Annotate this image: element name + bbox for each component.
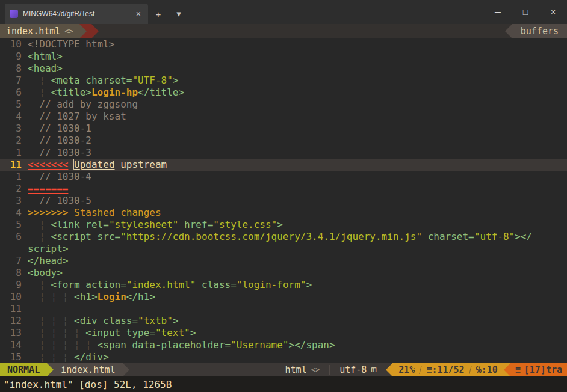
code-line[interactable]: 8<body> <box>0 267 567 279</box>
code-text: ======= <box>28 183 68 195</box>
mingw-icon <box>10 10 18 18</box>
code-text: ¦ <script src="https://cdn.bootcss.com/j… <box>28 231 532 243</box>
code-text: ¦ ¦ ¦ <h1>Login</h1> <box>28 291 155 303</box>
code-line[interactable]: 2 // 1030-2 <box>0 135 567 147</box>
line-number: 3 <box>0 123 22 135</box>
code-text: <<<<<<< Updated upstream <box>28 159 167 171</box>
code-line[interactable]: 15 ¦ ¦ ¦ </div> <box>0 351 567 363</box>
code-text: // 1030-1 <box>28 123 91 135</box>
line-number: 9 <box>0 279 22 291</box>
line-number: 8 <box>0 267 22 279</box>
code-line[interactable]: 9 ¦ <form action="index.html" class="log… <box>0 279 567 291</box>
maximize-button[interactable]: □ <box>512 0 539 24</box>
terminal-tab[interactable]: MINGW64:/d/gitR/Test × <box>5 4 148 24</box>
command-line[interactable]: "index.html" [dos] 52L, 1265B <box>0 376 567 392</box>
code-line[interactable]: 12 ¦ ¦ ¦ <div class="txtb"> <box>0 315 567 327</box>
whitespace-icon: ≡ <box>515 363 521 376</box>
tabline-fill <box>99 24 505 38</box>
filetype-label: html <box>285 363 307 376</box>
line-number: 4 <box>0 207 22 219</box>
code-line[interactable]: 4>>>>>>> Stashed changes <box>0 207 567 219</box>
line-number: 2 <box>0 183 22 195</box>
code-text: ¦ <meta charset="UTF-8"> <box>28 75 178 87</box>
line-number: 7 <box>0 255 22 267</box>
code-text: // 1030-5 <box>28 195 91 207</box>
line-number: 10 <box>0 291 22 303</box>
tab-dropdown-button[interactable]: ▾ <box>169 4 189 24</box>
code-text: <head> <box>28 63 63 75</box>
code-text: script> <box>28 243 68 255</box>
minimize-button[interactable]: ─ <box>484 0 512 24</box>
indent-guide: ¦ <box>39 87 45 98</box>
buffer-tab-active[interactable]: index.html <> <box>0 24 79 38</box>
powerline-arrow-icon <box>47 363 54 376</box>
code-line[interactable]: 3 // 1030-1 <box>0 123 567 135</box>
code-line[interactable]: script> <box>0 243 567 255</box>
code-text: // 1027 by ksat <box>28 111 126 123</box>
code-line[interactable]: 5 // add by zggsong <box>0 99 567 111</box>
indent-guide: ¦ <box>39 231 45 242</box>
code-line-current[interactable]: 11<<<<<<< Updated upstream <box>0 159 567 171</box>
code-line[interactable]: 14 ¦ ¦ ¦ ¦ ¦ <span data-placeholder="Use… <box>0 339 567 351</box>
line-number: 4 <box>0 111 22 123</box>
code-line[interactable]: 1 // 1030-4 <box>0 171 567 183</box>
code-text: // 1030-2 <box>28 135 91 147</box>
code-line[interactable]: 11 <box>0 303 567 315</box>
code-text: ¦ ¦ ¦ ¦ <input type="text"> <box>28 327 196 339</box>
indent-guide: ¦ ¦ ¦ <box>39 291 68 302</box>
code-text: // 1030-4 <box>28 171 91 183</box>
line-number: 11 <box>0 303 22 315</box>
thin-separator <box>469 366 471 374</box>
terminal-tab-title: MINGW64:/d/gitR/Test <box>23 10 129 18</box>
filetype-indicator: html <> <box>276 363 330 376</box>
line-number: 5 <box>0 99 22 111</box>
indent-guide: ¦ ¦ ¦ <box>39 351 68 363</box>
line-number <box>0 243 22 255</box>
code-line[interactable]: 8<head> <box>0 63 567 75</box>
code-line[interactable]: 7</head> <box>0 255 567 267</box>
line-number: 5 <box>0 219 22 231</box>
scroll-percent: 21% <box>398 363 415 376</box>
whitespace-warning-segment: ≡ [17]tra <box>510 363 567 376</box>
titlebar-drag-area <box>189 0 484 24</box>
cursor: U <box>74 159 80 170</box>
line-number: 6 <box>0 87 22 99</box>
code-text: // add by zggsong <box>28 99 138 111</box>
code-line[interactable]: 5 ¦ <link rel="stylesheet" href="style.c… <box>0 219 567 231</box>
tab-close-icon[interactable]: × <box>134 9 143 19</box>
powerline-arrow-icon <box>79 24 87 38</box>
code-line[interactable]: 6 ¦ <script src="https://cdn.bootcss.com… <box>0 231 567 243</box>
code-line[interactable]: 3 // 1030-5 <box>0 195 567 207</box>
code-line[interactable]: 4 // 1027 by ksat <box>0 111 567 123</box>
code-line[interactable]: 6 ¦ <title>Login-hp</title> <box>0 87 567 99</box>
new-tab-button[interactable]: + <box>148 4 169 24</box>
code-line[interactable]: 13 ¦ ¦ ¦ ¦ <input type="text"> <box>0 327 567 339</box>
code-text: <html> <box>28 51 63 63</box>
code-line[interactable]: 7 ¦ <meta charset="UTF-8"> <box>0 75 567 87</box>
column-indicator: ℅:10 <box>476 363 498 376</box>
statusline-fill <box>129 363 276 376</box>
code-line[interactable]: 10<!DOCTYPE html> <box>0 38 567 51</box>
line-number: 1 <box>0 147 22 159</box>
code-text: // 1030-3 <box>28 147 91 159</box>
line-number: 7 <box>0 75 22 87</box>
encoding-indicator: utf-8 ⊞ <box>330 363 386 376</box>
code-text: ¦ ¦ ¦ <div class="txtb"> <box>28 315 178 327</box>
position-segment: 21% ≡:11/52 ℅:10 <box>392 363 503 376</box>
modified-flag-segment <box>87 24 91 38</box>
code-line[interactable]: 9<html> <box>0 51 567 63</box>
code-text: ¦ ¦ ¦ ¦ ¦ <span data-placeholder="Userna… <box>28 339 335 351</box>
indent-guide: ¦ ¦ ¦ ¦ ¦ <box>39 339 91 351</box>
code-line[interactable]: 10 ¦ ¦ ¦ <h1>Login</h1> <box>0 291 567 303</box>
code-line[interactable]: 1 // 1030-3 <box>0 147 567 159</box>
indent-guide: ¦ ¦ ¦ ¦ <box>39 327 79 338</box>
powerline-arrow-icon <box>91 24 99 38</box>
code-area[interactable]: 10<!DOCTYPE html>9<html>8<head>7 ¦ <meta… <box>0 38 567 363</box>
code-line[interactable]: 2======= <box>0 183 567 195</box>
close-button[interactable]: × <box>539 0 567 24</box>
windows-fileformat-icon: ⊞ <box>371 363 376 376</box>
powerline-arrow-icon <box>504 363 510 376</box>
powerline-arrow-icon <box>386 363 392 376</box>
powerline-arrow-icon <box>505 24 512 38</box>
indent-guide: ¦ <box>39 219 45 230</box>
